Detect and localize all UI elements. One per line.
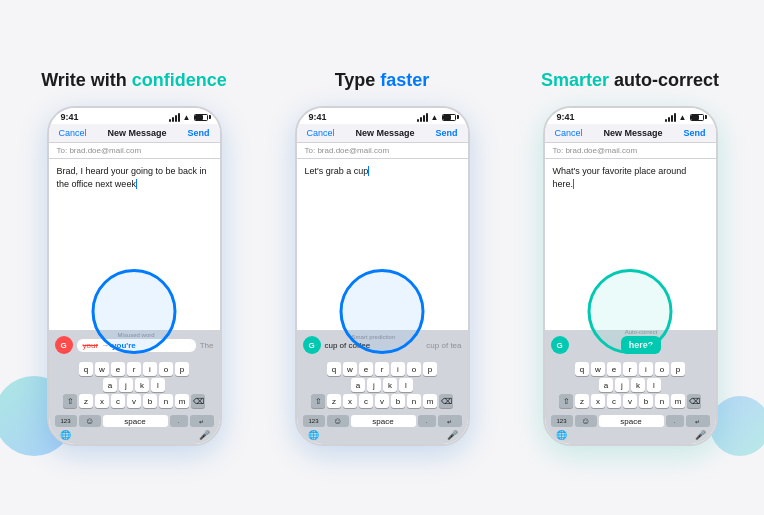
- key-period-1[interactable]: .: [170, 415, 188, 427]
- key-o-2[interactable]: o: [407, 362, 421, 376]
- key-i[interactable]: i: [143, 362, 157, 376]
- key-m-3[interactable]: m: [671, 394, 685, 408]
- key-mic-3[interactable]: 🎤: [692, 429, 710, 441]
- key-shift-3[interactable]: ⇧: [559, 394, 573, 408]
- key-w[interactable]: w: [95, 362, 109, 376]
- key-z-2[interactable]: z: [327, 394, 341, 408]
- key-o[interactable]: o: [159, 362, 173, 376]
- key-n[interactable]: n: [159, 394, 173, 408]
- key-p-3[interactable]: p: [671, 362, 685, 376]
- key-space-3[interactable]: space: [599, 415, 664, 427]
- key-w-3[interactable]: w: [591, 362, 605, 376]
- key-b-3[interactable]: b: [639, 394, 653, 408]
- key-space-2[interactable]: space: [351, 415, 416, 427]
- suggestion-autocorrect-3[interactable]: here?: [621, 336, 662, 354]
- key-123-2[interactable]: 123: [303, 415, 325, 427]
- key-b[interactable]: b: [143, 394, 157, 408]
- key-r-2[interactable]: r: [375, 362, 389, 376]
- key-e[interactable]: e: [111, 362, 125, 376]
- key-p[interactable]: p: [175, 362, 189, 376]
- key-a-2[interactable]: a: [351, 378, 365, 392]
- key-z-3[interactable]: z: [575, 394, 589, 408]
- key-o-3[interactable]: o: [655, 362, 669, 376]
- key-r-3[interactable]: r: [623, 362, 637, 376]
- key-e-3[interactable]: e: [607, 362, 621, 376]
- key-c[interactable]: c: [111, 394, 125, 408]
- key-b-2[interactable]: b: [391, 394, 405, 408]
- key-i-2[interactable]: i: [391, 362, 405, 376]
- key-q[interactable]: q: [79, 362, 93, 376]
- cancel-btn-1[interactable]: Cancel: [59, 128, 87, 138]
- key-123-3[interactable]: 123: [551, 415, 573, 427]
- key-return-2[interactable]: ↵: [438, 415, 462, 427]
- key-k[interactable]: k: [135, 378, 149, 392]
- key-emoji-3[interactable]: ☺: [575, 415, 597, 427]
- key-q-2[interactable]: q: [327, 362, 341, 376]
- key-i-3[interactable]: i: [639, 362, 653, 376]
- key-delete-3[interactable]: ⌫: [687, 394, 701, 408]
- key-l-2[interactable]: l: [399, 378, 413, 392]
- key-x[interactable]: x: [95, 394, 109, 408]
- key-123-1[interactable]: 123: [55, 415, 77, 427]
- key-x-2[interactable]: x: [343, 394, 357, 408]
- key-delete-1[interactable]: ⌫: [191, 394, 205, 408]
- key-p-2[interactable]: p: [423, 362, 437, 376]
- message-area-3[interactable]: What's your favorite place around here.: [545, 159, 716, 330]
- key-emoji-2[interactable]: ☺: [327, 415, 349, 427]
- key-space-1[interactable]: space: [103, 415, 168, 427]
- key-a-3[interactable]: a: [599, 378, 613, 392]
- key-mic-1[interactable]: 🎤: [196, 429, 214, 441]
- key-period-2[interactable]: .: [418, 415, 436, 427]
- key-k-3[interactable]: k: [631, 378, 645, 392]
- key-delete-2[interactable]: ⌫: [439, 394, 453, 408]
- key-j[interactable]: j: [119, 378, 133, 392]
- key-n-3[interactable]: n: [655, 394, 669, 408]
- key-j-2[interactable]: j: [367, 378, 381, 392]
- key-j-3[interactable]: j: [615, 378, 629, 392]
- key-period-3[interactable]: .: [666, 415, 684, 427]
- key-a[interactable]: a: [103, 378, 117, 392]
- bg-blob-right-3: [710, 396, 764, 456]
- panel-1-title-accent: confidence: [132, 70, 227, 90]
- key-mic-2[interactable]: 🎤: [444, 429, 462, 441]
- key-return-3[interactable]: ↵: [686, 415, 710, 427]
- key-shift-2[interactable]: ⇧: [311, 394, 325, 408]
- nav-title-1: New Message: [107, 128, 166, 138]
- key-w-2[interactable]: w: [343, 362, 357, 376]
- key-z[interactable]: z: [79, 394, 93, 408]
- key-return-1[interactable]: ↵: [190, 415, 214, 427]
- suggestion-main-2[interactable]: cup of coffee: [325, 341, 423, 350]
- key-q-3[interactable]: q: [575, 362, 589, 376]
- key-m-2[interactable]: m: [423, 394, 437, 408]
- key-v[interactable]: v: [127, 394, 141, 408]
- send-btn-3[interactable]: Send: [683, 128, 705, 138]
- time-3: 9:41: [557, 112, 575, 122]
- key-c-2[interactable]: c: [359, 394, 373, 408]
- key-l-3[interactable]: l: [647, 378, 661, 392]
- key-k-2[interactable]: k: [383, 378, 397, 392]
- key-n-2[interactable]: n: [407, 394, 421, 408]
- key-m[interactable]: m: [175, 394, 189, 408]
- to-field-3[interactable]: To: brad.doe@mail.com: [545, 143, 716, 159]
- message-area-1[interactable]: Brad, I heard your going to be back in t…: [49, 159, 220, 330]
- send-btn-2[interactable]: Send: [435, 128, 457, 138]
- key-shift-1[interactable]: ⇧: [63, 394, 77, 408]
- key-l[interactable]: l: [151, 378, 165, 392]
- key-v-2[interactable]: v: [375, 394, 389, 408]
- to-field-2[interactable]: To: brad.doe@mail.com: [297, 143, 468, 159]
- key-globe-3[interactable]: 🌐: [551, 429, 573, 441]
- cancel-btn-2[interactable]: Cancel: [307, 128, 335, 138]
- key-globe-2[interactable]: 🌐: [303, 429, 325, 441]
- to-field-1[interactable]: To: brad.doe@mail.com: [49, 143, 220, 159]
- key-emoji-1[interactable]: ☺: [79, 415, 101, 427]
- key-c-3[interactable]: c: [607, 394, 621, 408]
- message-area-2[interactable]: Let's grab a cup: [297, 159, 468, 330]
- key-v-3[interactable]: v: [623, 394, 637, 408]
- suggestion-correction-1[interactable]: your → you're: [77, 339, 196, 352]
- key-globe-1[interactable]: 🌐: [55, 429, 77, 441]
- key-e-2[interactable]: e: [359, 362, 373, 376]
- key-x-3[interactable]: x: [591, 394, 605, 408]
- send-btn-1[interactable]: Send: [187, 128, 209, 138]
- cancel-btn-3[interactable]: Cancel: [555, 128, 583, 138]
- key-r[interactable]: r: [127, 362, 141, 376]
